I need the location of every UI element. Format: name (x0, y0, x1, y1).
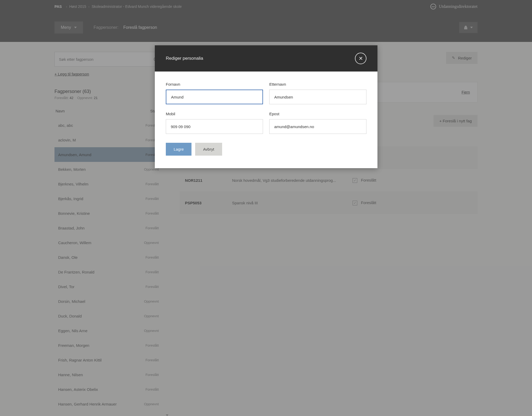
etternavn-label: Etternavn (269, 82, 366, 86)
save-button[interactable]: Lagre (166, 143, 191, 156)
mobil-label: Mobil (166, 112, 263, 116)
cancel-button[interactable]: Avbryt (195, 143, 222, 156)
edit-personalia-modal: Rediger personalia ✕ Fornavn Etternavn M… (155, 45, 377, 168)
epost-input[interactable] (269, 119, 366, 134)
mobil-input[interactable] (166, 119, 263, 134)
modal-title: Rediger personalia (166, 56, 203, 61)
close-button[interactable]: ✕ (355, 53, 366, 64)
close-icon: ✕ (359, 55, 363, 62)
etternavn-input[interactable] (269, 90, 366, 104)
fornavn-label: Fornavn (166, 82, 263, 86)
epost-label: Epost (269, 112, 366, 116)
fornavn-input[interactable] (166, 90, 263, 104)
